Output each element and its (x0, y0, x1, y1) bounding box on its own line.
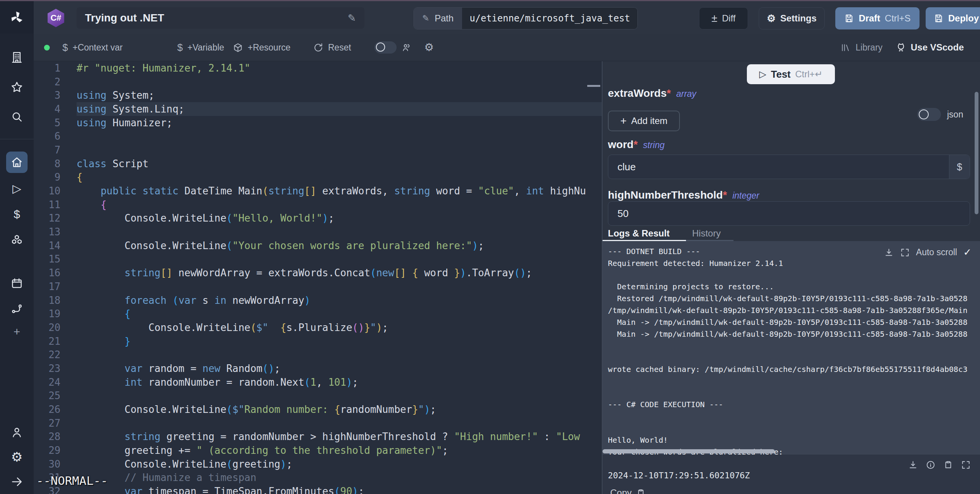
sidebar-item-variables[interactable]: $ (0, 204, 34, 225)
log-line (608, 375, 980, 387)
code-text: } (77, 336, 586, 347)
code-text: Console.WriteLine("Your chosen words are… (77, 240, 586, 251)
assistant-toggle[interactable] (374, 34, 412, 61)
sidebar-item-add[interactable]: + (0, 321, 34, 342)
right-panel: ▷ Test Ctrl+↵ extraWords* array + Add it… (603, 61, 980, 494)
deploy-button[interactable]: Deploy (926, 7, 980, 29)
code-line: 29 greeting += " (according to the thres… (34, 443, 602, 457)
code-line: 25 (34, 389, 602, 403)
vim-mode-indicator: --NORMAL-- (36, 474, 108, 487)
add-item-button[interactable]: + Add item (608, 111, 680, 131)
package-icon (233, 42, 243, 53)
copy-label: Copy (610, 487, 632, 494)
left-sidebar: ▷ $ + ⚙ (0, 34, 34, 494)
expand-icon[interactable] (961, 460, 971, 470)
edit-title-pencil-icon[interactable]: ✎ (348, 12, 356, 24)
sidebar-item-flows[interactable] (0, 298, 34, 320)
sidebar-item-search[interactable] (0, 106, 34, 127)
line-number: 15 (34, 253, 77, 265)
line-number: 20 (34, 322, 77, 333)
code-text: { (77, 199, 586, 210)
download-icon[interactable] (908, 460, 918, 470)
gear-icon: ⚙ (767, 13, 776, 23)
code-text: { (77, 171, 586, 183)
sidebar-item-resources[interactable] (0, 230, 34, 251)
check-icon[interactable]: ✓ (963, 246, 972, 258)
code-line: 18 foreach (var s in newWordArray) (34, 293, 602, 307)
diff-icon: ± (712, 12, 717, 24)
clipboard-icon[interactable] (943, 460, 953, 470)
add-context-var-button[interactable]: $ +Context var (62, 34, 123, 61)
toggle-switch[interactable] (917, 108, 941, 121)
reset-button[interactable]: Reset (313, 34, 351, 61)
sidebar-item-runs[interactable]: ▷ (0, 178, 34, 199)
library-button[interactable]: Library (841, 34, 882, 61)
code-line: 3using System; (34, 88, 602, 102)
line-number: 16 (34, 267, 77, 279)
sidebar-item-workspace[interactable] (0, 47, 34, 68)
script-title-field[interactable]: Trying out .NET ✎ (77, 7, 364, 29)
sidebar-item-user[interactable] (0, 422, 34, 443)
panel-scrollbar[interactable] (975, 92, 978, 214)
logs-pane[interactable]: --- DOTNET BUILD ---Requirement detected… (603, 241, 980, 455)
add-variable-label: +Variable (187, 42, 224, 53)
tab-history[interactable]: History (692, 228, 721, 239)
windmill-logo[interactable] (0, 1, 34, 34)
editor-settings-button[interactable]: ⚙ (424, 34, 434, 61)
arg-name: word (608, 139, 634, 150)
code-line: 17 (34, 280, 602, 293)
sidebar-collapse[interactable] (0, 471, 34, 492)
copy-result-button[interactable]: Copy (610, 487, 645, 494)
sidebar-item-favorites[interactable] (0, 77, 34, 98)
search-icon (10, 110, 23, 123)
log-line (608, 387, 980, 399)
code-editor[interactable]: 1#r "nuget: Humanizer, 2.14.1"23using Sy… (34, 61, 602, 494)
sidebar-item-schedules[interactable] (0, 272, 34, 294)
add-variable-button[interactable]: $ +Variable (177, 34, 224, 61)
add-resource-button[interactable]: +Resource (233, 34, 291, 61)
code-line: 9{ (34, 171, 602, 184)
required-asterisk: * (634, 139, 638, 150)
code-text: string greeting = randomNumber > highNum… (77, 431, 586, 442)
reset-label: Reset (328, 42, 351, 53)
settings-button[interactable]: ⚙ Settings (759, 7, 825, 29)
variable-picker-button[interactable]: $ (949, 155, 970, 179)
toggle-knob (919, 109, 929, 119)
diff-button[interactable]: ± Diff (699, 7, 748, 29)
tab-logs-result[interactable]: Logs & Result (608, 228, 670, 239)
code-text: using Humanizer; (77, 117, 586, 129)
building-icon (10, 51, 23, 64)
code-text: Console.WriteLine($" {s.Pluralize()}"); (77, 322, 586, 333)
log-line: Hello, World! (608, 434, 980, 446)
editor-toolbar: $ +Context var $ +Variable +Resource Res… (34, 34, 980, 61)
sidebar-item-home[interactable] (6, 152, 28, 173)
expand-icon[interactable] (900, 248, 910, 258)
use-vscode-button[interactable]: Use VScode (896, 34, 964, 61)
line-number: 9 (34, 171, 77, 183)
editor-overview-ruler-mark (587, 85, 600, 87)
info-icon[interactable] (926, 460, 936, 470)
code-line: 30 Console.WriteLine(greeting); (34, 457, 602, 471)
code-text: greeting += " (according to the threshol… (77, 445, 586, 456)
use-vscode-label: Use VScode (911, 42, 964, 53)
word-input[interactable] (608, 155, 949, 179)
download-icon[interactable] (884, 248, 894, 258)
path-field[interactable]: ✎ Path u/etienne/microsoft_java_test (413, 7, 638, 29)
line-number: 23 (34, 363, 77, 374)
logs-horizontal-scrollbar[interactable] (603, 449, 775, 453)
sidebar-item-settings[interactable]: ⚙ (0, 446, 34, 468)
code-line: 5using Humanizer; (34, 116, 602, 130)
code-text: string[] newWordArray = extraWords.Conca… (77, 267, 586, 279)
draft-button[interactable]: Draft Ctrl+S (835, 7, 920, 29)
test-button[interactable]: ▷ Test Ctrl+↵ (747, 64, 835, 84)
required-asterisk: * (667, 87, 671, 99)
line-number: 14 (34, 240, 77, 251)
json-toggle[interactable]: json (917, 108, 963, 121)
toggle-switch[interactable] (374, 41, 397, 54)
code-text: Console.WriteLine(greeting); (77, 458, 586, 470)
threshold-input[interactable] (608, 202, 970, 225)
required-asterisk: * (723, 189, 727, 201)
user-icon (10, 426, 23, 439)
star-icon (10, 81, 23, 94)
refresh-icon (313, 42, 323, 53)
